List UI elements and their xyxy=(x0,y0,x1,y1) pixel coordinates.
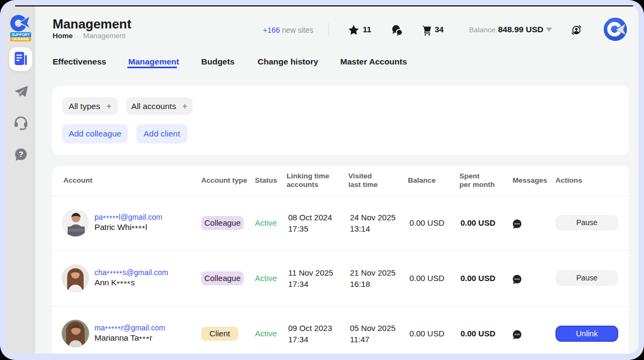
svg-text:?: ? xyxy=(19,150,24,159)
